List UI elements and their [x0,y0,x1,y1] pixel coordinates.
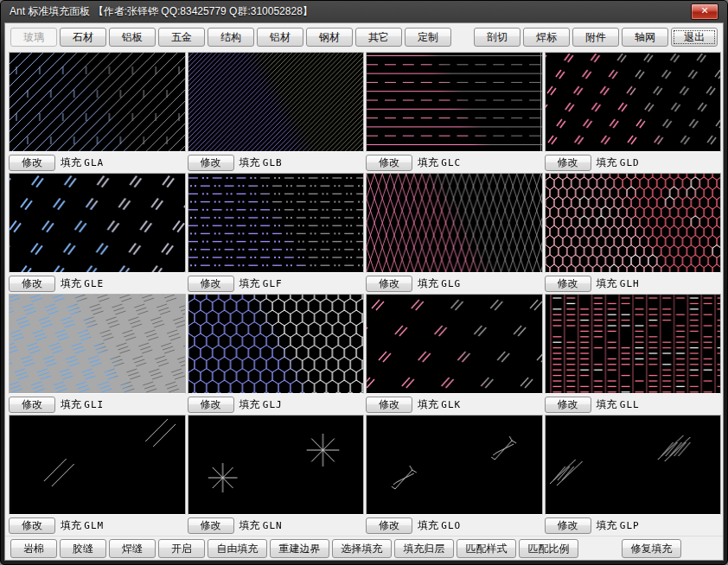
bottom-button-4[interactable]: 自由填充 [208,539,267,558]
modify-button-GLD[interactable]: 修改 [545,155,591,171]
hatch-preview-GLH[interactable] [545,173,722,273]
category-button-2[interactable]: 铝板 [109,28,156,47]
fill-prefix-text: 填充 [597,277,617,289]
bottom-button-10[interactable]: 修复填充 [622,539,681,558]
bottom-toolbar: 岩棉胶缝焊缝开启自由填充重建边界选择填充填充归层匹配样式匹配比例修复填充 [5,536,723,562]
tool-button-0[interactable]: 剖切 [474,28,520,47]
modify-button-GLN[interactable]: 修改 [188,517,234,534]
tool-button-1[interactable]: 焊标 [523,28,570,47]
hatch-code-text: GLA [84,157,104,168]
hatch-label-GLG: 填充 GLG [418,276,461,291]
hatch-cell-GLG: 修改填充 GLG [366,173,541,294]
fill-prefix-text: 填充 [61,519,81,531]
hatch-label-row-GLP: 修改填充 GLP [545,515,720,536]
hatch-label-row-GLG: 修改填充 GLG [366,273,541,294]
hatch-label-GLM: 填充 GLM [61,518,104,533]
hatch-code-text: GLM [84,520,104,531]
modify-button-GLI[interactable]: 修改 [9,397,55,413]
hatch-code-text: GLE [84,278,104,289]
bottom-button-3[interactable]: 开启 [158,539,205,558]
hatch-preview-GLA[interactable] [9,52,186,152]
hatch-label-GLE: 填充 GLE [61,276,104,291]
hatch-preview-GLF[interactable] [188,173,365,273]
hatch-label-row-GLL: 修改填充 GLL [545,394,720,415]
fill-prefix-text: 填充 [239,519,260,531]
bottom-button-0[interactable]: 岩棉 [10,539,57,558]
hatch-preview-GLO[interactable] [366,415,543,515]
hatch-code-text: GLB [263,157,283,168]
hatch-cell-GLB: 修改填充 GLB [188,52,363,173]
bottom-button-9[interactable]: 匹配比例 [519,539,578,558]
hatch-preview-GLL[interactable] [545,294,722,394]
bottom-button-5[interactable]: 重建边界 [270,539,329,558]
close-button[interactable]: ✕ [691,3,718,20]
hatch-preview-GLN[interactable] [188,415,365,515]
category-button-3[interactable]: 五金 [158,28,205,47]
close-icon: ✕ [700,5,708,16]
modify-button-GLP[interactable]: 修改 [545,517,591,534]
category-button-6[interactable]: 钢材 [306,28,353,47]
tool-button-3[interactable]: 轴网 [622,28,668,47]
modify-button-GLF[interactable]: 修改 [188,276,234,292]
modify-button-GLO[interactable]: 修改 [366,517,412,534]
hatch-label-row-GLO: 修改填充 GLO [366,515,541,536]
fill-prefix-text: 填充 [239,277,260,289]
modify-button-GLH[interactable]: 修改 [545,276,591,292]
modify-button-GLE[interactable]: 修改 [9,276,55,292]
hatch-code-text: GLF [263,278,283,289]
category-button-7[interactable]: 其它 [355,28,402,47]
category-button-0[interactable]: 玻璃 [10,28,57,47]
hatch-cell-GLM: 修改填充 GLM [9,415,184,536]
hatch-preview-GLJ[interactable] [188,294,365,394]
hatch-preview-GLE[interactable] [9,173,186,273]
hatch-label-row-GLI: 修改填充 GLI [9,394,184,415]
hatch-code-text: GLK [441,399,461,410]
category-button-1[interactable]: 石材 [60,28,106,47]
modify-button-GLK[interactable]: 修改 [366,397,412,413]
hatch-preview-GLM[interactable] [9,415,186,515]
hatch-pattern-grid: 修改填充 GLA修改填充 GLB修改填充 GLC修改填充 GLD修改填充 GLE… [5,50,723,536]
modify-button-GLL[interactable]: 修改 [545,397,591,413]
fill-prefix-text: 填充 [418,519,438,531]
modify-button-GLC[interactable]: 修改 [366,155,412,171]
hatch-cell-GLE: 修改填充 GLE [9,173,184,294]
hatch-preview-GLG[interactable] [366,173,543,273]
fill-prefix-text: 填充 [597,398,617,410]
dialog-client-area: 玻璃石材铝板五金结构铝材钢材其它定制 剖切焊标附件轴网退出 修改填充 GLA修改… [4,22,724,561]
hatch-cell-GLJ: 修改填充 GLJ [188,294,363,415]
category-button-4[interactable]: 结构 [208,28,254,47]
hatch-preview-GLD[interactable] [545,52,722,152]
hatch-label-row-GLF: 修改填充 GLF [188,273,363,294]
bottom-button-7[interactable]: 填充归层 [394,539,454,558]
bottom-button-2[interactable]: 焊缝 [109,539,156,558]
tool-button-4[interactable]: 退出 [671,28,718,47]
bottom-button-8[interactable]: 匹配样式 [457,539,516,558]
hatch-label-GLO: 填充 GLO [418,518,461,533]
hatch-preview-GLP[interactable] [545,415,722,515]
hatch-preview-GLC[interactable] [366,52,543,152]
modify-button-GLM[interactable]: 修改 [9,517,55,534]
fill-prefix-text: 填充 [239,156,260,168]
tool-button-2[interactable]: 附件 [572,28,619,47]
modify-button-GLG[interactable]: 修改 [366,276,412,292]
fill-prefix-text: 填充 [61,277,81,289]
hatch-code-text: GLO [441,520,461,531]
hatch-preview-GLI[interactable] [9,294,186,394]
hatch-label-GLL: 填充 GLL [597,397,640,412]
modify-button-GLB[interactable]: 修改 [188,155,234,171]
category-button-8[interactable]: 定制 [405,28,451,47]
bottom-button-6[interactable]: 选择填充 [332,539,392,558]
hatch-preview-GLK[interactable] [366,294,543,394]
modify-button-GLA[interactable]: 修改 [9,155,55,171]
title-bar[interactable]: Ant 标准填充面板 【作者:张铎铧 QQ:83425779 Q群:310052… [4,1,724,22]
hatch-label-row-GLA: 修改填充 GLA [9,152,184,173]
category-button-5[interactable]: 铝材 [257,28,303,47]
hatch-preview-GLB[interactable] [188,52,365,152]
top-toolbar: 玻璃石材铝板五金结构铝材钢材其它定制 剖切焊标附件轴网退出 [5,23,723,50]
hatch-label-row-GLJ: 修改填充 GLJ [188,394,363,415]
bottom-button-1[interactable]: 胶缝 [60,539,106,558]
modify-button-GLJ[interactable]: 修改 [188,397,234,413]
fill-prefix-text: 填充 [61,398,81,410]
hatch-code-text: GLH [620,278,640,289]
hatch-cell-GLH: 修改填充 GLH [545,173,720,294]
